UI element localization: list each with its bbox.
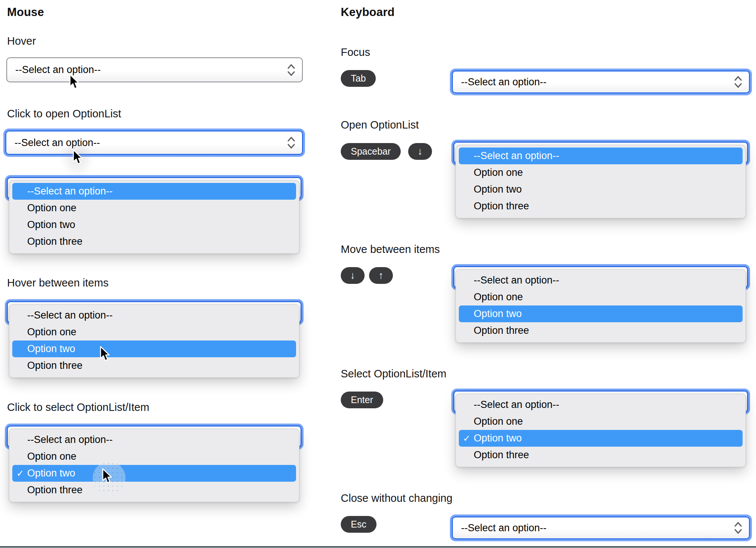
select-chevron-icon: [733, 520, 743, 535]
select-chevron-icon: [286, 135, 296, 150]
option-row-one[interactable]: Option one: [12, 448, 296, 465]
option-list-panel: --Select an option-- Option one Option t…: [9, 180, 299, 254]
option-list-panel: --Select an option-- Option one ✓ Option…: [9, 429, 299, 502]
option-row-placeholder[interactable]: --Select an option--: [12, 307, 296, 324]
arrow-down-icon: ↓: [417, 146, 423, 157]
option-row-one[interactable]: Option one: [459, 164, 743, 181]
option-list-panel: --Select an option-- Option one Option t…: [9, 304, 299, 378]
section-label-click-select: Click to select OptionList/Item: [7, 401, 149, 414]
select-chevron-icon: [286, 63, 296, 77]
key-badge-arrow-down: ↓: [408, 143, 432, 160]
section-label-close: Close without changing: [341, 492, 452, 504]
section-label-select: Select OptionList/Item: [341, 367, 447, 380]
key-badge-arrow-down: ↓: [341, 267, 365, 284]
option-row-two[interactable]: Option two: [12, 340, 296, 357]
section-label-focus: Focus: [341, 46, 370, 58]
select-hover[interactable]: --Select an option--: [6, 57, 303, 82]
section-label-open: Open OptionList: [341, 118, 419, 131]
select-value: --Select an option--: [15, 64, 101, 76]
option-row-one[interactable]: Option one: [12, 200, 296, 216]
bottom-section-edge: [0, 546, 756, 548]
select-close[interactable]: --Select an option--: [452, 516, 750, 539]
select-focus[interactable]: --Select an option--: [452, 70, 750, 94]
option-row-three[interactable]: Option three: [459, 322, 743, 339]
option-row-three[interactable]: Option three: [12, 482, 296, 498]
cursor-arrow-icon: [72, 149, 83, 165]
select-value: --Select an option--: [461, 76, 547, 88]
cursor-arrow-icon: [101, 468, 112, 484]
option-row-two-selected[interactable]: ✓ Option two: [459, 430, 743, 447]
option-row-three[interactable]: Option three: [459, 198, 743, 215]
check-icon: ✓: [16, 468, 24, 479]
key-badge-arrow-up: ↑: [369, 267, 393, 284]
arrow-down-icon: ↓: [350, 270, 355, 281]
arrow-up-icon: ↑: [378, 270, 384, 281]
select-value: --Select an option--: [461, 522, 547, 534]
option-row-two[interactable]: Option two: [459, 181, 743, 198]
option-list-panel: --Select an option-- Option one Option t…: [455, 269, 746, 343]
key-badge-esc: Esc: [341, 516, 377, 533]
section-label-click-open: Click to open OptionList: [7, 107, 121, 120]
cursor-arrow-icon: [69, 74, 80, 90]
option-row-one[interactable]: Option one: [12, 324, 296, 340]
key-badge-enter: Enter: [341, 392, 383, 408]
check-icon: ✓: [463, 433, 470, 444]
option-row-one[interactable]: Option one: [459, 289, 743, 305]
section-label-hover: Hover: [7, 35, 36, 47]
option-row-two[interactable]: Option two: [459, 305, 743, 322]
option-list-panel: --Select an option-- Option one Option t…: [455, 145, 746, 218]
mouse-column-title: Mouse: [7, 6, 44, 19]
option-list-panel: --Select an option-- Option one ✓ Option…: [455, 394, 746, 467]
option-row-placeholder[interactable]: --Select an option--: [459, 396, 743, 413]
option-row-placeholder[interactable]: --Select an option--: [459, 272, 743, 289]
select-click-open[interactable]: --Select an option--: [5, 130, 303, 155]
section-label-move: Move between items: [341, 243, 440, 256]
key-badge-spacebar: Spacebar: [341, 143, 401, 160]
option-row-two-selected[interactable]: ✓ Option two: [12, 465, 296, 482]
select-chevron-icon: [733, 75, 743, 89]
page: Mouse Hover --Select an option-- Click t…: [0, 0, 756, 548]
option-row-three[interactable]: Option three: [12, 357, 296, 374]
option-row-three[interactable]: Option three: [459, 447, 743, 463]
option-row-one[interactable]: Option one: [459, 413, 743, 430]
option-row-placeholder[interactable]: --Select an option--: [12, 431, 296, 448]
cursor-arrow-icon: [99, 346, 110, 362]
option-row-placeholder[interactable]: --Select an option--: [459, 148, 743, 164]
keyboard-column-title: Keyboard: [341, 6, 395, 19]
option-row-three[interactable]: Option three: [12, 233, 296, 250]
section-label-hover-items: Hover between items: [7, 276, 108, 289]
option-row-two[interactable]: Option two: [12, 216, 296, 233]
option-row-placeholder[interactable]: --Select an option--: [12, 183, 296, 200]
key-badge-tab: Tab: [341, 70, 376, 87]
